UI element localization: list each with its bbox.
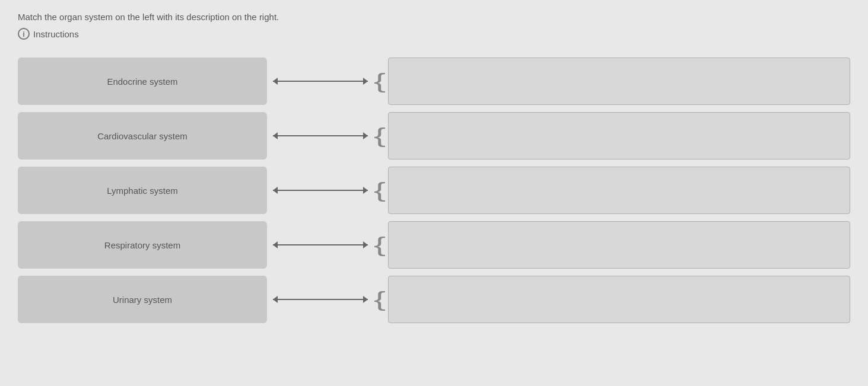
arrow-connector-endocrine [267,81,374,82]
right-box-wrapper-respiratory: { [374,221,850,269]
match-row-endocrine: Endocrine system { [18,58,850,105]
bracket-urinary: { [374,289,386,310]
right-box-wrapper-cardiovascular: { [374,112,850,159]
matching-container: Endocrine system { Cardiovascular system… [18,58,850,323]
right-box-wrapper-endocrine: { [374,58,850,105]
match-row-cardiovascular: Cardiovascular system { [18,112,850,159]
instructions-bar: i Instructions [18,28,850,40]
match-row-lymphatic: Lymphatic system { [18,167,850,214]
right-box-wrapper-urinary: { [374,276,850,323]
left-box-cardiovascular: Cardiovascular system [18,112,267,159]
left-label-respiratory: Respiratory system [104,240,180,250]
left-label-endocrine: Endocrine system [107,76,177,87]
right-box-respiratory[interactable] [388,221,850,269]
info-icon: i [18,28,30,40]
right-box-cardiovascular[interactable] [388,112,850,159]
header-instruction: Match the organ system on the left with … [18,12,850,22]
bracket-lymphatic: { [374,180,386,201]
bracket-respiratory: { [374,234,386,256]
left-box-endocrine: Endocrine system [18,58,267,105]
left-box-respiratory: Respiratory system [18,221,267,269]
right-box-wrapper-lymphatic: { [374,167,850,214]
left-label-urinary: Urinary system [113,295,172,305]
left-box-urinary: Urinary system [18,276,267,323]
match-row-urinary: Urinary system { [18,276,850,323]
bracket-endocrine: { [374,71,386,92]
arrow-line-urinary [273,299,368,300]
right-box-endocrine[interactable] [388,58,850,105]
arrow-line-cardiovascular [273,135,368,136]
arrow-connector-lymphatic [267,190,374,191]
arrow-line-lymphatic [273,190,368,191]
arrow-connector-respiratory [267,244,374,245]
left-box-lymphatic: Lymphatic system [18,167,267,214]
arrow-connector-urinary [267,299,374,300]
right-box-urinary[interactable] [388,276,850,323]
arrow-line-endocrine [273,81,368,82]
arrow-line-respiratory [273,244,368,245]
bracket-cardiovascular: { [374,125,386,146]
left-label-cardiovascular: Cardiovascular system [97,131,187,141]
left-label-lymphatic: Lymphatic system [107,186,177,196]
instructions-label: Instructions [33,29,79,39]
right-box-lymphatic[interactable] [388,167,850,214]
arrow-connector-cardiovascular [267,135,374,136]
match-row-respiratory: Respiratory system { [18,221,850,269]
